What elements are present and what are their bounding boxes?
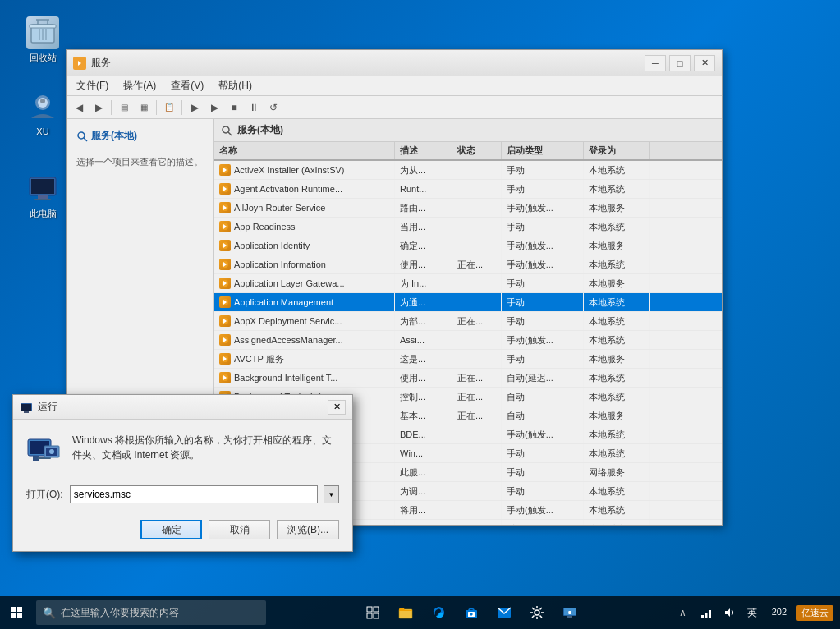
table-row[interactable]: App Readiness当用...手动本地系统	[214, 218, 722, 236]
toolbar-stop[interactable]: ■	[225, 99, 243, 117]
table-row[interactable]: Application Information使用...正在...手动(触发..…	[214, 255, 722, 274]
table-row[interactable]: Application Layer Gatewa...为 In...手动本地服务	[214, 274, 722, 293]
search-icon	[221, 125, 232, 136]
table-row[interactable]: Background Intelligent T...使用...正在...自动(…	[214, 369, 722, 388]
run-input-row: 打开(O): ▼	[13, 482, 352, 513]
taskbar-edge[interactable]	[424, 598, 453, 627]
col-name[interactable]: 名称	[214, 142, 395, 159]
toolbar-show-hide[interactable]: 📋	[160, 99, 178, 117]
col-status[interactable]: 状态	[452, 142, 502, 159]
service-login-cell: 本地服务	[584, 350, 650, 368]
toolbar-back[interactable]: ◀	[70, 99, 88, 117]
toolbar-pause[interactable]: ⏸	[245, 99, 263, 117]
table-row[interactable]: ActiveX Installer (AxInstSV)为从...手动本地系统	[214, 161, 722, 180]
computer-desktop-icon[interactable]: 此电脑	[16, 172, 69, 219]
taskbar-yiyun[interactable]: 亿速云	[796, 605, 833, 621]
table-row[interactable]: AllJoyn Router Service路由...手动(触发...本地服务	[214, 199, 722, 218]
recycle-bin-icon[interactable]: 回收站	[16, 16, 69, 63]
service-desc-cell: 控制...	[395, 388, 452, 406]
toolbar-play[interactable]: ▶	[186, 99, 204, 117]
menu-help[interactable]: 帮助(H)	[212, 77, 259, 94]
svg-rect-51	[17, 607, 22, 612]
recycle-bin-label: 回收站	[30, 53, 57, 63]
start-button[interactable]	[0, 596, 33, 629]
user-desktop-icon[interactable]: XU	[16, 90, 69, 137]
col-desc[interactable]: 描述	[395, 142, 452, 159]
service-desc-cell: 提供...	[395, 520, 452, 525]
service-row-icon	[219, 296, 231, 308]
tray-volume[interactable]	[719, 596, 739, 629]
taskbar-rdp[interactable]	[555, 598, 585, 627]
taskbar: 🔍 在这里输入你要搜索的内容	[0, 596, 840, 629]
toolbar-sep2	[156, 100, 157, 115]
service-status-cell: 正在...	[452, 388, 502, 406]
run-dialog-buttons: 确定 取消 浏览(B)...	[13, 513, 352, 551]
run-input-field[interactable]	[70, 485, 318, 503]
menu-file[interactable]: 文件(F)	[70, 77, 115, 94]
run-dropdown-button[interactable]: ▼	[324, 485, 339, 503]
service-desc-cell: Win...	[395, 444, 452, 462]
service-startup-cell: 自动	[502, 406, 584, 425]
menu-action[interactable]: 操作(A)	[117, 77, 163, 94]
close-button[interactable]: ✕	[694, 55, 715, 71]
table-row[interactable]: Application Management为通...手动本地系统	[214, 293, 722, 312]
toolbar-play2[interactable]: ▶	[205, 99, 223, 117]
svg-rect-66	[568, 611, 571, 614]
service-login-cell: 本地服务	[584, 274, 650, 292]
toolbar-forward[interactable]: ▶	[90, 99, 108, 117]
table-row[interactable]: AssignedAccessManager...Assi...手动(触发...本…	[214, 331, 722, 350]
service-startup-cell: 手动	[502, 180, 584, 198]
tray-lang[interactable]: 英	[742, 596, 762, 629]
toolbar-restart[interactable]: ↺	[264, 99, 282, 117]
service-status-cell: 正在...	[452, 406, 502, 425]
service-name-cell: Background Intelligent T...	[214, 369, 395, 387]
service-login-cell: 本地系统	[584, 180, 650, 198]
service-desc-cell: 为 In...	[395, 274, 452, 292]
run-cancel-button[interactable]: 取消	[209, 520, 270, 539]
menu-view[interactable]: 查看(V)	[164, 77, 210, 94]
service-status-cell	[452, 425, 502, 443]
service-row-icon	[219, 353, 231, 365]
svg-rect-14	[34, 199, 51, 200]
taskbar-search-box[interactable]: 🔍 在这里输入你要搜索的内容	[36, 600, 266, 625]
minimize-button[interactable]: ─	[645, 55, 666, 71]
service-name-cell: Agent Activation Runtime...	[214, 180, 395, 198]
table-row[interactable]: AVCTP 服务这是...手动本地服务	[214, 350, 722, 369]
col-startup[interactable]: 启动类型	[502, 142, 584, 159]
service-status-cell	[452, 274, 502, 292]
services-header-bar: 服务(本地)	[214, 119, 722, 142]
run-icon	[26, 433, 62, 469]
taskbar-clock[interactable]: 202	[765, 606, 793, 618]
service-startup-cell: 手动(触发...	[502, 501, 584, 519]
service-login-cell: 本地系统	[584, 444, 650, 462]
toolbar-view2[interactable]: ▦	[135, 99, 153, 117]
table-row[interactable]: Agent Activation Runtime...Runt...手动本地系统	[214, 180, 722, 199]
svg-rect-67	[701, 615, 704, 618]
taskbar-mail[interactable]	[489, 598, 519, 627]
service-login-cell: 本地系统	[584, 388, 650, 406]
tray-network[interactable]	[696, 596, 716, 629]
run-ok-button[interactable]: 确定	[140, 520, 202, 539]
services-list-title: 服务(本地)	[237, 123, 283, 137]
taskbar-store[interactable]	[457, 598, 486, 627]
table-row[interactable]: Application Identity确定...手动(触发...本地服务	[214, 236, 722, 255]
svg-rect-54	[367, 607, 372, 612]
taskbar-file-explorer[interactable]	[391, 598, 420, 627]
table-row[interactable]: AppX Deployment Servic...为部...正在...手动本地系…	[214, 312, 722, 331]
taskbar-settings[interactable]	[522, 598, 552, 627]
service-row-icon	[219, 278, 231, 289]
svg-rect-41	[21, 404, 31, 411]
tray-show-hidden[interactable]: ∧	[673, 596, 693, 629]
service-row-icon	[219, 164, 231, 176]
run-dialog-titlebar: 运行 ✕	[13, 395, 352, 420]
service-status-cell	[452, 293, 502, 311]
maximize-button[interactable]: □	[669, 55, 691, 71]
taskbar-task-view[interactable]	[358, 598, 388, 627]
service-status-cell	[452, 331, 502, 349]
col-login[interactable]: 登录为	[584, 142, 650, 159]
toolbar-view1[interactable]: ▤	[115, 99, 133, 117]
service-name-cell: AllJoyn Router Service	[214, 199, 395, 217]
run-dialog-close[interactable]: ✕	[328, 400, 346, 415]
toolbar-sep3	[181, 100, 182, 115]
run-browse-button[interactable]: 浏览(B)...	[277, 520, 339, 539]
